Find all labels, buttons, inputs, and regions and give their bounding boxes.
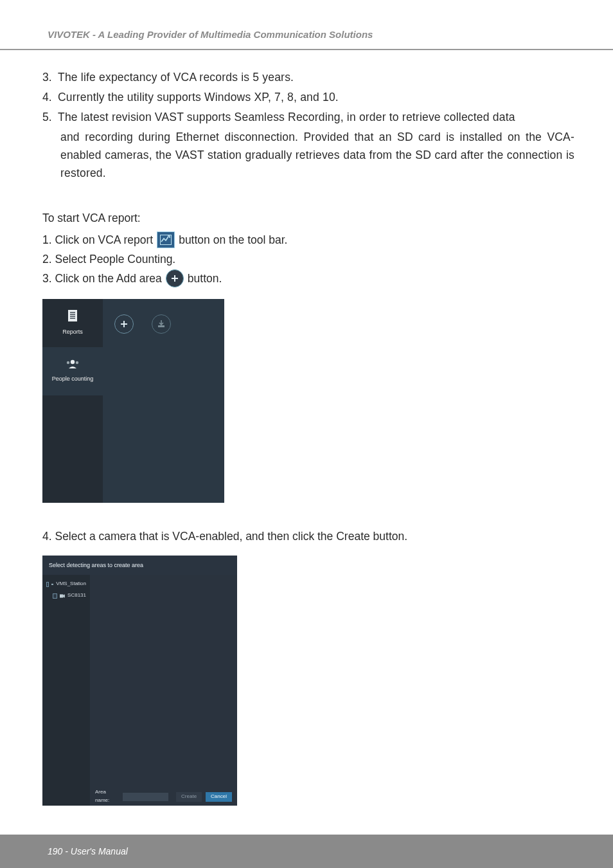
list-item: 5. The latest revision VAST supports Sea… [42, 108, 574, 126]
screenshot-reports-panel: Reports People counting [42, 299, 224, 503]
dialog-footer: Area name: Create Cancel [90, 788, 237, 806]
spacing [42, 182, 574, 209]
list-text: Currently the utility supports Windows X… [58, 88, 574, 106]
step-2: 2. Select People Counting. [42, 250, 574, 268]
tree-camera-label: SC8131 [67, 592, 86, 600]
camera-tree: VMS_Station SC8131 [42, 575, 90, 806]
page-header: VIVOTEK - A Leading Provider of Multimed… [0, 0, 613, 50]
export-icon [157, 320, 166, 329]
list-item: 3. The life expectancy of VCA records is… [42, 68, 574, 86]
list-text: The life expectancy of VCA records is 5 … [58, 68, 574, 86]
list-continuation: and recording during Ethernet disconnect… [42, 128, 574, 182]
page-number-line: 190 - User's Manual [48, 846, 128, 856]
svg-point-10 [76, 361, 78, 364]
vca-report-icon [157, 231, 175, 248]
area-name-input[interactable] [123, 793, 168, 801]
svg-rect-13 [158, 325, 164, 327]
list-number: 4. [42, 88, 54, 106]
people-counting-icon [66, 359, 80, 369]
list-number: 3. [42, 68, 54, 86]
brand-tagline: VIVOTEK - A Leading Provider of Multimed… [48, 29, 373, 49]
dialog-title: Select detecting areas to create area [42, 556, 237, 575]
dialog-preview-area: Area name: Create Cancel [90, 575, 237, 806]
plus-icon [120, 320, 129, 329]
svg-marker-16 [63, 594, 65, 597]
step-text: 2. Select People Counting. [42, 250, 175, 268]
page-content: 3. The life expectancy of VCA records is… [0, 50, 613, 806]
sidebar: Reports People counting [42, 299, 103, 503]
screenshot-select-areas-dialog: Select detecting areas to create area VM… [42, 556, 237, 806]
svg-point-8 [71, 360, 75, 364]
svg-rect-14 [51, 584, 53, 585]
checkbox[interactable] [53, 593, 57, 599]
add-area-button[interactable] [114, 314, 134, 334]
checkbox[interactable] [46, 582, 49, 587]
sidebar-item-people-counting[interactable]: People counting [42, 347, 103, 395]
svg-rect-15 [60, 594, 63, 597]
panel-body [103, 299, 224, 503]
sidebar-item-reports[interactable]: Reports [42, 299, 103, 347]
svg-rect-3 [68, 310, 77, 321]
step-text: 3. Click on the Add area [42, 269, 162, 287]
camera-icon [60, 594, 65, 598]
area-name-label: Area name: [95, 788, 119, 805]
tree-camera-row[interactable]: SC8131 [46, 592, 86, 600]
step-text: button on the tool bar. [179, 231, 287, 249]
button-label: Cancel [211, 793, 227, 801]
button-label: Create [181, 793, 197, 801]
list-item: 4. Currently the utility supports Window… [42, 88, 574, 106]
svg-point-9 [67, 361, 69, 364]
list-text: The latest revision VAST supports Seamle… [58, 108, 574, 126]
cancel-button[interactable]: Cancel [206, 792, 232, 802]
step-text: 1. Click on VCA report [42, 231, 153, 249]
page-footer: 190 - User's Manual [0, 835, 613, 868]
sidebar-item-label: People counting [52, 374, 94, 383]
sidebar-item-label: Reports [62, 327, 83, 336]
step-3: 3. Click on the Add area button. [42, 269, 574, 287]
step-1: 1. Click on VCA report button on the too… [42, 231, 574, 249]
reports-icon [67, 309, 78, 322]
tree-station-label: VMS_Station [56, 580, 86, 588]
tree-station-row[interactable]: VMS_Station [46, 580, 86, 588]
step-text: button. [188, 269, 222, 287]
list-number: 5. [42, 108, 54, 126]
create-button[interactable]: Create [176, 792, 202, 802]
dialog-body: VMS_Station SC8131 Area name: Create C [42, 575, 237, 806]
export-button[interactable] [152, 314, 171, 334]
station-icon [51, 582, 53, 587]
page: VIVOTEK - A Leading Provider of Multimed… [0, 0, 613, 868]
section-lead: To start VCA report: [42, 209, 574, 227]
add-area-icon [166, 269, 184, 287]
step-4: 4. Select a camera that is VCA-enabled, … [42, 527, 574, 545]
